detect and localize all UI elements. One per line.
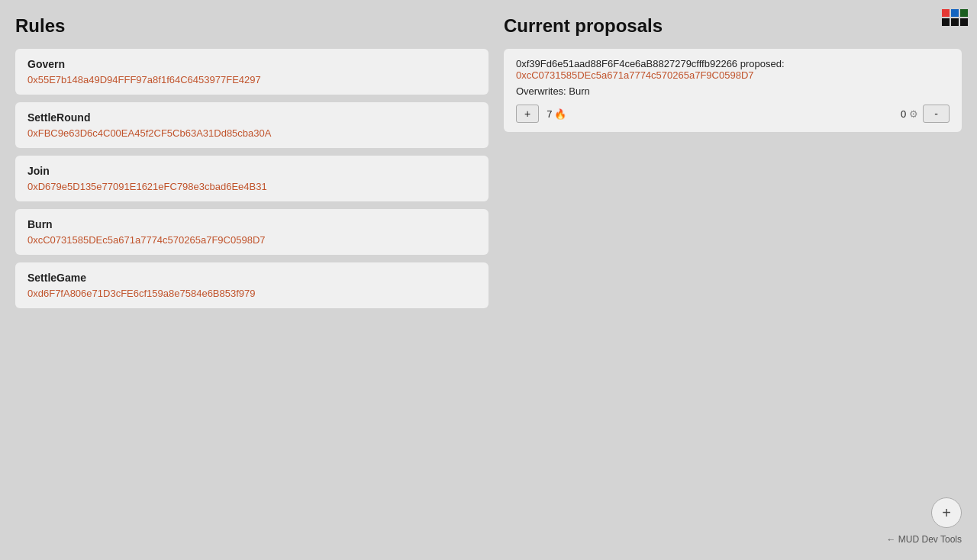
rules-panel: Rules Govern 0x55E7b148a49D94FFF97a8f1f6… (15, 15, 488, 316)
logo-cell-2 (951, 9, 959, 17)
overwrites-label: Overwrites: (516, 85, 566, 97)
bottom-right-area: + ← MUD Dev Tools (887, 497, 962, 545)
logo-cell-5 (951, 18, 959, 26)
vote-count: 7 🔥 (547, 108, 566, 120)
rule-card-govern: Govern 0x55E7b148a49D94FFF97a8f1f64C6453… (15, 49, 488, 95)
logo-cell-4 (942, 18, 950, 26)
rules-title: Rules (15, 15, 488, 37)
rule-address-settleround[interactable]: 0xFBC9e63D6c4C00EA45f2CF5Cb63A31Dd85cba3… (27, 127, 271, 139)
rule-card-join: Join 0xD679e5D135e77091E1621eFC798e3cbad… (15, 156, 488, 201)
proposals-title: Current proposals (504, 15, 962, 37)
rule-name-join: Join (27, 165, 476, 177)
rule-address-join[interactable]: 0xD679e5D135e77091E1621eFC798e3cbad6Ee4B… (27, 181, 267, 192)
logo-cell-1 (942, 9, 950, 17)
overwrites-value: Burn (569, 85, 589, 97)
logo-cell-3 (960, 9, 968, 17)
logo (942, 9, 968, 26)
proposal-overwrites: Overwrites: Burn (516, 85, 950, 97)
rule-card-settleround: SettleRound 0xFBC9e63D6c4C00EA45f2CF5Cb6… (15, 102, 488, 148)
fire-icon: 🔥 (554, 108, 566, 120)
proposal-card-0: 0xf39Fd6e51aad88F6F4ce6aB8827279cfffb922… (504, 49, 962, 132)
vote-number: 7 (547, 108, 552, 120)
proposals-panel: Current proposals 0xf39Fd6e51aad88F6F4ce… (504, 15, 962, 316)
rule-card-settlegame: SettleGame 0xd6F7fA806e71D3cFE6cf159a8e7… (15, 262, 488, 308)
rule-name-burn: Burn (27, 218, 476, 230)
mud-dev-tools-label[interactable]: ← MUD Dev Tools (887, 534, 962, 545)
logo-cell-6 (960, 18, 968, 26)
vote-minus-button[interactable]: - (923, 105, 950, 123)
rule-card-burn: Burn 0xcC0731585DEc5a671a7774c570265a7F9… (15, 209, 488, 255)
proposal-controls: + 7 🔥 0 ⚙ - (516, 105, 950, 123)
proposal-target-link[interactable]: 0xcC0731585DEc5a671a7774c570265a7F9C0598… (516, 69, 754, 81)
add-button[interactable]: + (931, 497, 962, 528)
logo-grid (942, 9, 968, 26)
proposal-header: 0xf39Fd6e51aad88F6F4ce6aB8827279cfffb922… (516, 58, 950, 81)
rule-address-burn[interactable]: 0xcC0731585DEc5a671a7774c570265a7F9C0598… (27, 234, 266, 246)
rule-name-settlegame: SettleGame (27, 272, 476, 284)
rule-address-settlegame[interactable]: 0xd6F7fA806e71D3cFE6cf159a8e7584e6B853f9… (27, 288, 256, 299)
zero-votes: 0 ⚙ (901, 108, 918, 120)
gear-icon: ⚙ (909, 108, 918, 120)
proposed-label: proposed: (740, 58, 785, 69)
vote-plus-button[interactable]: + (516, 105, 539, 123)
rule-name-settleround: SettleRound (27, 111, 476, 124)
rule-address-govern[interactable]: 0x55E7b148a49D94FFF97a8f1f64C6453977FE42… (27, 74, 261, 85)
zero-count: 0 (901, 108, 906, 120)
rule-name-govern: Govern (27, 58, 476, 70)
proposer-address: 0xf39Fd6e51aad88F6F4ce6aB8827279cfffb922… (516, 58, 737, 69)
